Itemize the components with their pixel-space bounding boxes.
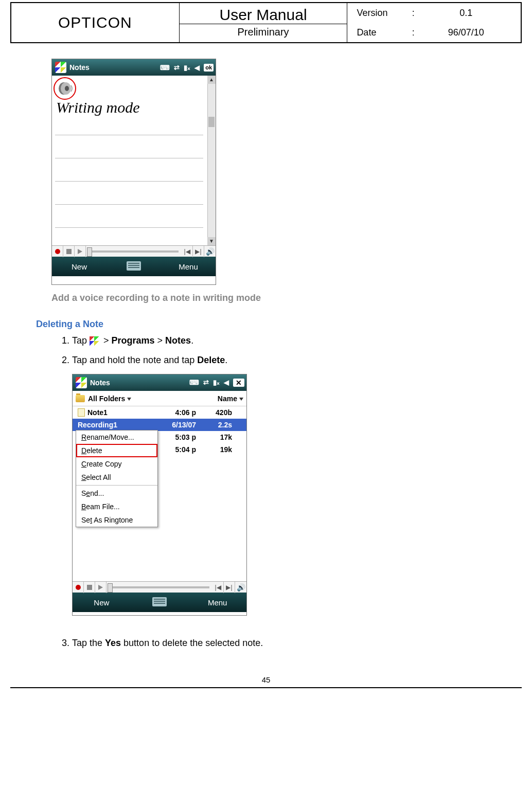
title-bar-title: Notes — [69, 63, 90, 71]
start-icon-inline — [90, 336, 99, 346]
scrollbar[interactable]: ▲ ▼ — [207, 76, 216, 245]
play-button[interactable] — [95, 582, 107, 593]
file-row-selected[interactable]: Recording1 6/13/07 2.2s — [73, 419, 246, 431]
menu-ringtone[interactable]: Set As Ringtone — [76, 513, 157, 527]
volume-icon[interactable]: ◀ — [224, 379, 229, 387]
play-button[interactable] — [75, 246, 86, 257]
signal-icon[interactable]: ▮ₓ — [213, 379, 220, 387]
version-key: Version — [357, 8, 408, 19]
folder-dropdown[interactable]: All Folders — [88, 394, 131, 403]
menu-select-all[interactable]: Select All — [76, 471, 157, 484]
volume-icon[interactable]: ◀ — [194, 64, 200, 71]
playback-slider[interactable] — [89, 250, 179, 253]
date-value: 96/07/10 — [418, 27, 513, 38]
menu-create-copy[interactable]: Create Copy — [76, 457, 157, 471]
notes-app-screenshot-writing: Notes ⌨ ⇄ ▮ₓ ◀ ok Writing mode — [51, 59, 216, 285]
softkey-bar: New Menu — [73, 593, 246, 612]
doc-subtitle: Preliminary — [180, 24, 347, 40]
menu-send[interactable]: Send... — [76, 487, 157, 500]
menu-beam[interactable]: Beam File... — [76, 500, 157, 513]
menu-rename[interactable]: Rename/Move... — [76, 431, 157, 444]
input-method-icon[interactable]: ⌨ — [160, 64, 170, 71]
section-heading: Deleting a Note — [36, 319, 501, 330]
scroll-up-button[interactable]: ▲ — [207, 76, 216, 84]
softkey-menu[interactable]: Menu — [161, 262, 216, 271]
title-bar-title: Notes — [90, 379, 110, 387]
start-icon[interactable] — [55, 62, 66, 73]
note-icon — [78, 408, 85, 417]
prev-button[interactable]: |◀ — [182, 246, 193, 257]
context-menu: Rename/Move... Delete Create Copy Select… — [76, 430, 158, 527]
prev-button[interactable]: |◀ — [212, 582, 224, 593]
folder-icon — [76, 395, 85, 402]
document-header: OPTICON User Manual Preliminary Version … — [10, 2, 522, 43]
step-3: Tap the Yes button to delete the selecte… — [72, 636, 501, 650]
file-row[interactable]: Note1 4:06 p 420b — [73, 406, 246, 419]
menu-delete[interactable]: Delete — [76, 444, 157, 457]
softkey-new[interactable]: New — [73, 598, 131, 607]
input-method-icon[interactable]: ⌨ — [189, 379, 199, 387]
date-key: Date — [357, 27, 408, 38]
stop-button[interactable] — [63, 246, 75, 257]
softkey-bar: New Menu — [52, 257, 216, 276]
record-button[interactable] — [73, 582, 84, 593]
softkey-menu[interactable]: Menu — [188, 598, 246, 607]
keyboard-toggle[interactable] — [131, 597, 189, 608]
file-list: Note1 4:06 p 420b Recording1 6/13/07 2.2… — [73, 406, 246, 581]
page-number: 45 — [0, 675, 532, 684]
start-icon[interactable] — [76, 377, 87, 388]
stop-button[interactable] — [84, 582, 95, 593]
note-canvas[interactable]: Writing mode ▲ ▼ — [52, 76, 216, 245]
connectivity-icon[interactable]: ⇄ — [203, 379, 209, 387]
handwritten-text: Writing mode — [56, 99, 140, 116]
recording-toolbar: |◀ ▶| 🔊 — [52, 245, 216, 257]
connectivity-icon[interactable]: ⇄ — [174, 64, 180, 71]
recording-icon[interactable] — [55, 78, 75, 99]
title-bar: Notes ⌨ ⇄ ▮ₓ ◀ ✕ — [73, 374, 246, 391]
step-2: Tap and hold the note and tap Delete. — [72, 353, 501, 367]
brand-label: OPTICON — [58, 14, 132, 31]
svg-point-2 — [65, 86, 69, 91]
signal-icon[interactable]: ▮ₓ — [184, 64, 190, 71]
next-button[interactable]: ▶| — [224, 582, 235, 593]
scroll-thumb[interactable] — [208, 117, 215, 127]
version-value: 0.1 — [418, 8, 513, 19]
doc-title: User Manual — [180, 5, 347, 24]
next-button[interactable]: ▶| — [193, 246, 204, 257]
notes-app-screenshot-list: Notes ⌨ ⇄ ▮ₓ ◀ ✕ All Folders Name Note1 … — [72, 374, 247, 616]
recording-toolbar: |◀ ▶| 🔊 — [73, 581, 246, 593]
sort-dropdown[interactable]: Name — [218, 394, 243, 403]
playback-slider[interactable] — [110, 586, 209, 588]
record-button[interactable] — [52, 246, 63, 257]
figure-caption: Add a voice recording to a note in writi… — [51, 293, 501, 303]
step-1: Tap > Programs > Notes. — [72, 334, 501, 347]
scroll-down-button[interactable]: ▼ — [207, 237, 216, 245]
softkey-new[interactable]: New — [52, 262, 107, 271]
keyboard-toggle[interactable] — [107, 261, 161, 272]
ok-button[interactable]: ok — [204, 64, 214, 71]
title-bar: Notes ⌨ ⇄ ▮ₓ ◀ ok — [52, 59, 216, 76]
close-button[interactable]: ✕ — [233, 379, 244, 387]
folder-bar: All Folders Name — [73, 391, 246, 406]
footer-rule — [10, 687, 522, 688]
speaker-icon[interactable]: 🔊 — [235, 583, 246, 591]
speaker-icon[interactable]: 🔊 — [204, 247, 216, 256]
